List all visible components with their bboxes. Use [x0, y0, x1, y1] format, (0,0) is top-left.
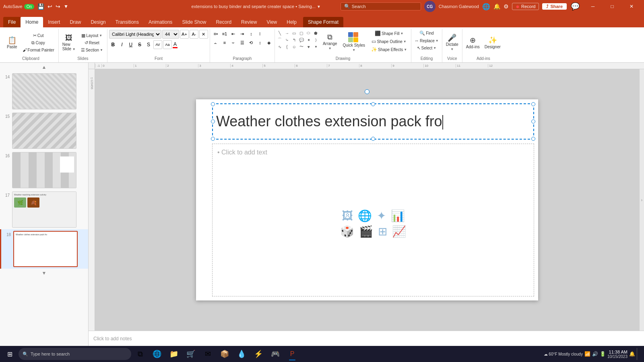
- shape-outline-button[interactable]: ▭ Shape Outline ▼: [369, 38, 409, 45]
- convert-smartart-button[interactable]: ◈: [265, 39, 273, 47]
- taskbar-task-view[interactable]: ⧉: [132, 347, 148, 361]
- tab-draw[interactable]: Draw: [65, 17, 86, 27]
- curve-shape[interactable]: ⌒: [277, 37, 283, 43]
- dropdown-arrow-title[interactable]: ▼: [317, 4, 321, 9]
- cut-button[interactable]: ✂ Cut: [21, 32, 56, 39]
- shape-fill-button[interactable]: ⬛ Shape Fill ▼: [369, 30, 409, 37]
- notifications-icon[interactable]: 🔔: [493, 3, 500, 10]
- slide-thumb-18[interactable]: 18 Weather clothes extension pack fro: [0, 229, 88, 269]
- insert-chart-icon[interactable]: 📈: [392, 225, 406, 238]
- italic-button[interactable]: I: [118, 41, 126, 49]
- tab-transitions[interactable]: Transitions: [111, 17, 144, 27]
- handle-bottom-center[interactable]: [371, 137, 375, 141]
- handle-top-right[interactable]: [531, 102, 535, 106]
- insert-video-icon[interactable]: 🎬: [359, 225, 373, 238]
- volume-icon[interactable]: 🔊: [592, 351, 598, 357]
- quick-styles-button[interactable]: Quick Styles ▼: [341, 30, 367, 54]
- star-shape[interactable]: ✦: [305, 37, 312, 43]
- scroll-up[interactable]: ▲: [0, 63, 88, 72]
- start-button[interactable]: ⊞: [2, 347, 18, 361]
- chevron-shape[interactable]: ⟩: [313, 37, 319, 43]
- taskbar-edge[interactable]: 🌐: [149, 347, 165, 361]
- rect-shape[interactable]: ▭: [291, 30, 297, 36]
- bullets-button[interactable]: ≡•: [212, 30, 220, 38]
- align-left-button[interactable]: ⫠: [212, 39, 220, 47]
- taskbar-explorer[interactable]: 📁: [166, 347, 182, 361]
- taskbar-store[interactable]: 🛒: [183, 347, 199, 361]
- increase-indent-button[interactable]: ⇥: [238, 30, 246, 38]
- handle-bottom-right[interactable]: [531, 137, 535, 141]
- new-slide-button[interactable]: 🖼 NewSlide ▼: [60, 31, 78, 55]
- taskbar-amazon[interactable]: 📦: [217, 347, 233, 361]
- insert-picture-icon[interactable]: 🖼: [342, 209, 353, 222]
- underline-button[interactable]: U: [127, 41, 135, 49]
- tab-home[interactable]: Home: [21, 17, 43, 27]
- designer-button[interactable]: ✨ Designer: [483, 31, 503, 55]
- handle-top-center[interactable]: [371, 102, 375, 106]
- reset-button[interactable]: ↺ Reset: [79, 39, 105, 46]
- copy-button[interactable]: ⧉ Copy: [21, 39, 56, 46]
- taskbar-search[interactable]: 🔍 Type here to search: [19, 348, 131, 360]
- taskbar-powerpoint[interactable]: P: [284, 347, 300, 361]
- insert-3d-icon[interactable]: 🎲: [340, 225, 354, 238]
- line-spacing-button[interactable]: ↕: [247, 30, 255, 38]
- format-painter-button[interactable]: 🖌 Format Painter: [21, 47, 56, 53]
- shape-effects-button[interactable]: ✨ Shape Effects ▼: [369, 46, 409, 53]
- clear-format-button[interactable]: ✕: [199, 30, 208, 39]
- shapes-more[interactable]: ⬟: [313, 30, 319, 36]
- wave-shape[interactable]: 〜: [298, 43, 305, 50]
- connector-shape[interactable]: ⤷: [284, 37, 290, 43]
- taskbar-clock[interactable]: 11:38 AM 10/15/2023: [607, 350, 627, 359]
- tab-file[interactable]: File: [3, 17, 21, 27]
- tab-insert[interactable]: Insert: [43, 17, 65, 27]
- share-button[interactable]: ⤴ Share: [542, 3, 567, 10]
- tab-slideshow[interactable]: Slide Show: [177, 17, 211, 27]
- font-name-selector[interactable]: Calibri Light (Headings): [109, 30, 161, 39]
- autosave-toggle[interactable]: On: [24, 4, 34, 9]
- align-center-button[interactable]: ≡: [221, 39, 229, 47]
- slide-thumb-16[interactable]: 16: [0, 150, 88, 190]
- smile-shape[interactable]: ☺: [291, 43, 297, 50]
- line-shape[interactable]: ╲: [277, 30, 283, 36]
- search-box[interactable]: 🔍 Search: [341, 2, 421, 10]
- select-button[interactable]: ↖ Select ▼: [415, 45, 438, 51]
- decrease-font-button[interactable]: A-: [190, 30, 198, 39]
- slide-thumb-15[interactable]: 15: [0, 111, 88, 150]
- undo-icon[interactable]: ↩: [47, 3, 52, 10]
- title-text-box[interactable]: Weather clothes extension pack fro: [212, 103, 534, 140]
- save-icon[interactable]: 💾: [37, 3, 44, 10]
- justify-button[interactable]: ☰: [238, 39, 246, 47]
- bold-button[interactable]: B: [109, 41, 117, 49]
- bend-arrow-shape[interactable]: ↰: [291, 37, 297, 43]
- insert-table-icon[interactable]: ⊞: [378, 225, 387, 238]
- freeform-shape[interactable]: ∿: [277, 43, 283, 50]
- brace-shape[interactable]: {: [284, 43, 290, 50]
- record-button-title[interactable]: ⏺ Record: [512, 3, 539, 10]
- settings-icon[interactable]: ⚙: [504, 3, 509, 10]
- content-text-box[interactable]: • Click to add text 🖼 🌐 ✦ 📊 🎲 🎬: [212, 144, 534, 296]
- handle-bottom-left[interactable]: [211, 137, 215, 141]
- arrange-button[interactable]: ⧉ Arrange ▼: [321, 30, 339, 54]
- text-direction-button[interactable]: ⟲: [247, 39, 255, 47]
- battery-icon[interactable]: 🔋: [600, 351, 606, 357]
- tab-view[interactable]: View: [262, 17, 282, 27]
- add-columns-button[interactable]: ⁞: [256, 30, 264, 38]
- increase-font-button[interactable]: A+: [180, 30, 189, 39]
- customize-icon[interactable]: ▼: [64, 4, 68, 9]
- tab-shape-format[interactable]: Shape Format: [303, 17, 343, 27]
- section-button[interactable]: ☰ Section ▼: [79, 47, 105, 53]
- tab-animations[interactable]: Animations: [144, 17, 177, 27]
- taskbar-weather[interactable]: ☁ 60°F Mostly cloudy: [544, 352, 583, 356]
- layout-button[interactable]: ▦ Layout ▼: [79, 32, 105, 39]
- heart-shape[interactable]: ♥: [305, 43, 312, 50]
- addins-button[interactable]: ⊕ Add-ins: [464, 31, 482, 55]
- tab-help[interactable]: Help: [282, 17, 301, 27]
- strikethrough-button[interactable]: S: [136, 41, 144, 49]
- shadow-button[interactable]: S: [144, 41, 153, 49]
- paste-button[interactable]: 📋 Paste: [5, 31, 19, 55]
- notification-area[interactable]: 🔔: [629, 351, 635, 357]
- find-button[interactable]: 🔍 Find: [418, 30, 435, 37]
- font-color-button[interactable]: A: [173, 41, 178, 48]
- decrease-indent-button[interactable]: ⇤: [229, 30, 237, 38]
- rotate-handle[interactable]: [365, 89, 369, 94]
